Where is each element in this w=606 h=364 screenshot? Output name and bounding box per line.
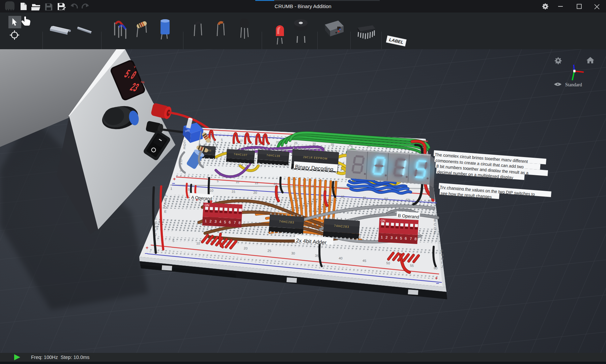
svg-text:J: J xyxy=(441,265,443,268)
svg-text:20: 20 xyxy=(243,246,248,250)
svg-text:8: 8 xyxy=(238,221,241,225)
svg-text:8: 8 xyxy=(414,237,417,241)
svg-text:55: 55 xyxy=(406,198,410,202)
svg-text:H: H xyxy=(155,225,157,229)
svg-text:50: 50 xyxy=(386,261,390,265)
svg-text:10: 10 xyxy=(196,241,200,245)
svg-text:D: D xyxy=(434,226,436,230)
svg-text:H: H xyxy=(441,257,444,261)
svg-text:E: E xyxy=(434,231,436,234)
svg-text:20: 20 xyxy=(253,191,257,195)
svg-text:D: D xyxy=(164,206,167,209)
svg-text:Standard: Standard xyxy=(565,82,582,87)
svg-text:ON: ON xyxy=(205,203,209,207)
svg-text:–: – xyxy=(172,180,175,186)
svg-text:ON: ON xyxy=(381,219,385,222)
svg-text:C: C xyxy=(164,202,167,205)
svg-text:F: F xyxy=(155,217,157,221)
svg-text:5: 5 xyxy=(221,138,223,142)
svg-text:B: B xyxy=(434,218,436,222)
svg-text:G: G xyxy=(441,253,444,257)
svg-text:E: E xyxy=(183,146,186,150)
svg-text:7: 7 xyxy=(410,237,412,241)
svg-text:20: 20 xyxy=(273,182,277,186)
svg-text:3: 3 xyxy=(391,236,393,240)
svg-text:5: 5 xyxy=(400,236,402,240)
svg-text:7: 7 xyxy=(234,220,236,224)
svg-text:50: 50 xyxy=(384,197,388,201)
svg-text:6: 6 xyxy=(405,236,407,240)
svg-text:–: – xyxy=(436,280,439,286)
svg-text:4: 4 xyxy=(219,220,222,224)
svg-text:5: 5 xyxy=(217,179,219,183)
svg-text:15: 15 xyxy=(231,190,235,194)
svg-text:1: 1 xyxy=(205,219,207,223)
svg-text:40: 40 xyxy=(341,195,345,199)
svg-text:35: 35 xyxy=(330,143,334,147)
svg-text:2: 2 xyxy=(209,219,212,223)
svg-text:5: 5 xyxy=(224,220,226,224)
svg-text:F: F xyxy=(441,249,443,253)
svg-text:30: 30 xyxy=(312,142,316,146)
svg-text:E: E xyxy=(164,210,167,213)
svg-text:25: 25 xyxy=(294,141,298,145)
svg-text:40: 40 xyxy=(339,256,343,260)
svg-text:15: 15 xyxy=(255,181,258,185)
svg-text:3: 3 xyxy=(214,219,217,223)
svg-text:55: 55 xyxy=(410,264,414,268)
svg-text:B: B xyxy=(164,198,167,201)
svg-text:5: 5 xyxy=(188,187,190,191)
svg-text:10: 10 xyxy=(209,189,213,193)
svg-text:G: G xyxy=(155,221,157,225)
svg-text:30: 30 xyxy=(291,251,295,255)
svg-text:A: A xyxy=(164,193,167,197)
svg-text:6: 6 xyxy=(229,220,231,224)
svg-text:2: 2 xyxy=(385,235,388,239)
svg-text:45: 45 xyxy=(363,196,367,200)
svg-text:10: 10 xyxy=(236,180,239,184)
svg-text:C: C xyxy=(434,222,436,226)
svg-text:–: – xyxy=(145,250,148,256)
svg-text:35: 35 xyxy=(315,254,319,258)
svg-text:+: + xyxy=(435,275,438,281)
svg-text:1: 1 xyxy=(381,235,383,239)
svg-text:1: 1 xyxy=(170,187,173,190)
svg-text:45: 45 xyxy=(363,259,367,263)
svg-text:+: + xyxy=(146,245,148,250)
svg-text:25: 25 xyxy=(267,249,271,253)
svg-text:4: 4 xyxy=(395,236,398,240)
